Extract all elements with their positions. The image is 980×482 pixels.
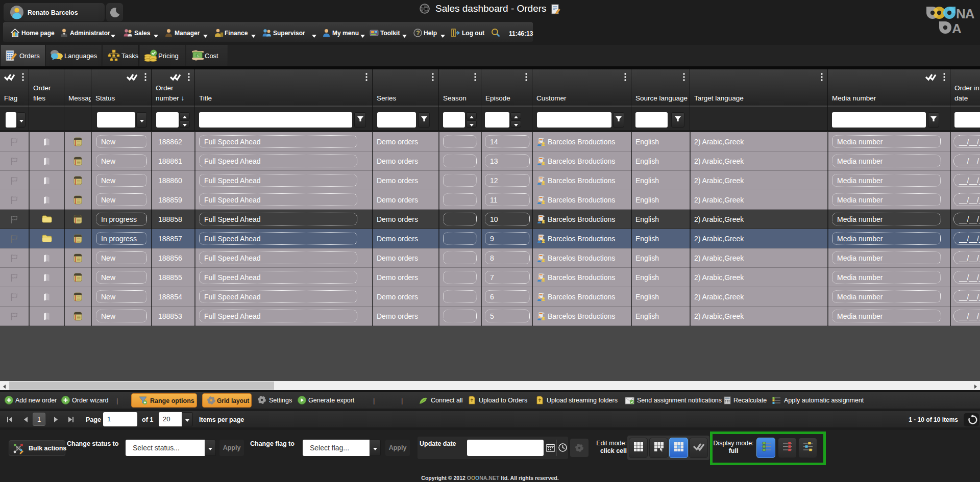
svg-text:A: A bbox=[952, 21, 962, 35]
svg-text:?: ? bbox=[416, 30, 420, 37]
svg-text:$: $ bbox=[197, 54, 199, 58]
svg-text:NA: NA bbox=[956, 6, 975, 21]
